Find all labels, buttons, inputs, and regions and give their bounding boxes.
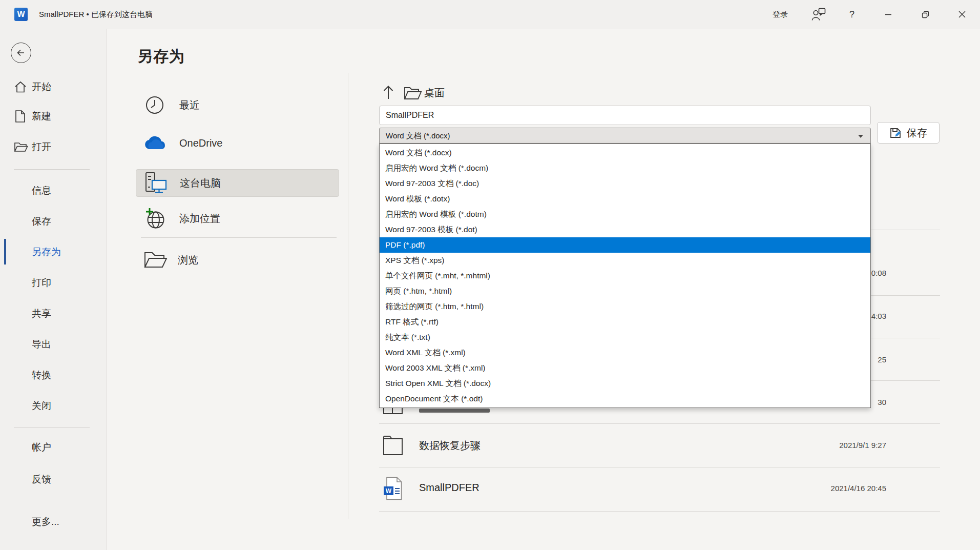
sign-in-button[interactable]: 登录 xyxy=(765,3,796,26)
file-row-separator xyxy=(379,511,940,512)
breadcrumb-location[interactable]: 桌面 xyxy=(424,85,445,100)
word-backstage-save-as: W SmallPDFER • 已保存到这台电脑 登录 ? xyxy=(0,0,980,550)
feedback-person-icon[interactable] xyxy=(807,3,830,26)
file-row-separator xyxy=(379,467,940,467)
sidebar-item-export[interactable]: 导出 xyxy=(0,333,106,356)
save-button[interactable]: 保存 xyxy=(877,122,940,144)
panel-divider xyxy=(348,73,348,519)
format-option[interactable]: 启用宏的 Word 文档 (*.docm) xyxy=(380,160,870,176)
clock-icon xyxy=(143,94,166,116)
sidebar-item-label: 打开 xyxy=(32,140,51,154)
place-label: 添加位置 xyxy=(179,212,220,226)
format-option[interactable]: 启用宏的 Word 模板 (*.dotm) xyxy=(380,207,870,222)
sidebar-item-info[interactable]: 信息 xyxy=(0,179,106,202)
sidebar-item-open[interactable]: 打开 xyxy=(0,136,106,158)
sign-in-label: 登录 xyxy=(773,10,788,19)
sidebar-item-close-doc[interactable]: 关闭 xyxy=(0,395,106,417)
up-arrow-icon xyxy=(381,85,395,100)
file-row-separator xyxy=(379,423,940,424)
place-add[interactable]: 添加位置 xyxy=(128,203,339,234)
file-format-value: Word 文档 (*.docx) xyxy=(386,131,450,140)
onedrive-cloud-icon xyxy=(143,135,167,151)
format-option[interactable]: Word 97-2003 文档 (*.doc) xyxy=(380,176,870,191)
format-option[interactable]: Strict Open XML 文档 (*.docx) xyxy=(380,376,870,391)
file-name: 数据恢复步骤 xyxy=(419,439,481,453)
place-label: OneDrive xyxy=(179,137,222,149)
place-label: 最近 xyxy=(179,98,200,112)
folder-icon xyxy=(382,435,404,456)
sidebar-item-save[interactable]: 保存 xyxy=(0,210,106,233)
document-title: SmallPDFER • 已保存到这台电脑 xyxy=(39,0,153,29)
sidebar-item-account[interactable]: 帐户 xyxy=(0,436,106,459)
word-logo-icon: W xyxy=(14,8,28,21)
sidebar-item-transform[interactable]: 转换 xyxy=(0,364,106,386)
add-place-globe-icon xyxy=(143,207,167,230)
file-modified-time: 2021/9/1 9:27 xyxy=(717,441,886,450)
format-option[interactable]: 单个文件网页 (*.mht, *.mhtml) xyxy=(380,268,870,283)
close-icon xyxy=(958,11,966,18)
breadcrumb-folder-icon xyxy=(404,87,422,100)
sidebar-item-print[interactable]: 打印 xyxy=(0,272,106,294)
place-label: 浏览 xyxy=(178,253,198,267)
file-format-options-list: Word 文档 (*.docx) 启用宏的 Word 文档 (*.docm) W… xyxy=(379,144,871,408)
format-option[interactable]: RTF 格式 (*.rtf) xyxy=(380,314,870,330)
back-arrow-icon xyxy=(16,48,26,58)
format-option[interactable]: Word XML 文档 (*.xml) xyxy=(380,345,870,360)
new-document-icon xyxy=(14,110,26,123)
titlebar: W SmallPDFER • 已保存到这台电脑 登录 ? xyxy=(0,0,980,29)
up-folder-button[interactable] xyxy=(381,85,395,100)
sidebar-divider xyxy=(14,169,90,170)
help-button[interactable]: ? xyxy=(840,3,864,26)
sidebar-item-label: 另存为 xyxy=(32,246,61,259)
sidebar-item-label: 帐户 xyxy=(32,441,51,454)
sidebar-item-label: 信息 xyxy=(32,184,51,197)
close-button[interactable] xyxy=(950,3,974,26)
sidebar-divider xyxy=(14,427,90,427)
place-recent[interactable]: 最近 xyxy=(128,90,339,120)
sidebar-item-label: 导出 xyxy=(32,338,51,351)
restore-button[interactable] xyxy=(913,3,937,26)
place-label: 这台电脑 xyxy=(180,176,221,190)
sidebar-item-save-as[interactable]: 另存为 xyxy=(0,241,106,263)
format-option[interactable]: XPS 文档 (*.xps) xyxy=(380,253,870,268)
sidebar-item-label: 打印 xyxy=(32,276,51,290)
sidebar-item-more[interactable]: 更多... xyxy=(0,511,106,533)
chevron-down-icon xyxy=(858,135,863,138)
format-option[interactable]: Word 2003 XML 文档 (*.xml) xyxy=(380,360,870,376)
this-pc-icon xyxy=(144,172,168,194)
obscured-row-text xyxy=(419,409,490,413)
format-option[interactable]: 网页 (*.htm, *.html) xyxy=(380,283,870,299)
sidebar-item-label: 反馈 xyxy=(32,473,51,486)
file-name: SmallPDFER xyxy=(419,482,479,494)
format-option[interactable]: 纯文本 (*.txt) xyxy=(380,330,870,345)
format-option[interactable]: Word 模板 (*.dotx) xyxy=(380,191,870,207)
back-button[interactable] xyxy=(11,43,31,63)
sidebar-item-label: 新建 xyxy=(32,110,51,123)
sidebar-item-share[interactable]: 共享 xyxy=(0,302,106,325)
sidebar-item-home[interactable]: 开始 xyxy=(0,76,106,98)
sidebar-item-label: 保存 xyxy=(32,215,51,228)
format-option[interactable]: 筛选过的网页 (*.htm, *.html) xyxy=(380,299,870,314)
format-option[interactable]: Word 97-2003 模板 (*.dot) xyxy=(380,222,870,237)
place-browse[interactable]: 浏览 xyxy=(128,245,339,275)
filename-input[interactable] xyxy=(379,106,871,125)
sidebar-item-label: 关闭 xyxy=(32,399,51,413)
save-button-label: 保存 xyxy=(907,126,927,140)
file-format-dropdown[interactable]: Word 文档 (*.docx) xyxy=(379,128,871,144)
save-as-icon xyxy=(889,127,902,139)
active-nav-indicator xyxy=(4,239,6,264)
open-folder-icon xyxy=(14,141,28,153)
svg-text:W: W xyxy=(386,487,392,495)
help-icon: ? xyxy=(849,9,854,20)
minimize-button[interactable] xyxy=(877,3,900,26)
format-option[interactable]: Word 文档 (*.docx) xyxy=(380,145,870,160)
places-divider xyxy=(141,237,337,238)
sidebar-item-new[interactable]: 新建 xyxy=(0,105,106,128)
place-onedrive[interactable]: OneDrive xyxy=(128,128,339,158)
sidebar-item-feedback[interactable]: 反馈 xyxy=(0,468,106,491)
file-modified-time: 2021/4/16 20:45 xyxy=(717,484,886,493)
sidebar-item-label: 更多... xyxy=(32,515,59,528)
place-this-pc[interactable]: 这台电脑 xyxy=(136,169,339,197)
format-option-selected[interactable]: PDF (*.pdf) xyxy=(380,237,870,253)
format-option[interactable]: OpenDocument 文本 (*.odt) xyxy=(380,391,870,406)
